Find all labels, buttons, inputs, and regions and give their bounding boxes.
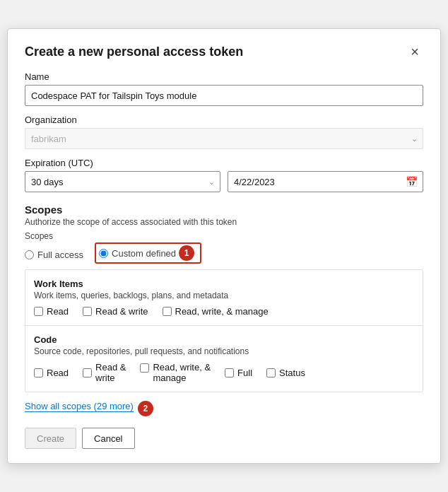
code-title: Code bbox=[34, 334, 414, 345]
expiration-select[interactable]: 30 days 60 days 90 days Custom bbox=[25, 171, 220, 192]
work-items-readwrite-checkbox[interactable] bbox=[83, 307, 92, 316]
scopes-title: Scopes bbox=[25, 204, 423, 216]
code-readwritemanage-option[interactable]: Read, write, &manage bbox=[140, 362, 211, 383]
work-items-description: Work items, queries, backlogs, plans, an… bbox=[34, 291, 414, 300]
custom-defined-radio[interactable] bbox=[99, 249, 108, 258]
scopes-description: Authorize the scope of access associated… bbox=[25, 217, 423, 227]
show-all-link-text: Show all scopes bbox=[25, 401, 91, 411]
code-readwritemanage-label: Read, write, &manage bbox=[153, 362, 211, 383]
work-items-read-option[interactable]: Read bbox=[34, 306, 69, 317]
dialog-title: Create a new personal access token bbox=[25, 45, 243, 59]
work-items-title: Work Items bbox=[34, 279, 414, 289]
code-readwrite-checkbox[interactable] bbox=[83, 368, 92, 377]
organization-select: fabrikam bbox=[25, 128, 423, 149]
custom-defined-label: Custom defined bbox=[112, 248, 176, 259]
work-items-readwritemanage-option[interactable]: Read, write, & manage bbox=[163, 306, 269, 317]
scopes-radio-row: Full access Custom defined 1 bbox=[25, 242, 423, 266]
show-all-scopes-link[interactable]: Show all scopes (29 more) bbox=[25, 401, 134, 412]
code-description: Source code, repositories, pull requests… bbox=[34, 346, 414, 356]
expiration-row: 30 days 60 days 90 days Custom ⌄ 📅 bbox=[25, 171, 423, 192]
work-items-read-checkbox[interactable] bbox=[34, 307, 43, 316]
code-read-checkbox[interactable] bbox=[34, 368, 43, 377]
scopes-section: Scopes Authorize the scope of access ass… bbox=[25, 204, 423, 266]
step1-badge: 1 bbox=[179, 245, 194, 261]
work-items-category: Work Items Work items, queries, backlogs… bbox=[25, 270, 423, 326]
code-options: Read Read &write Read, write, &manage bbox=[34, 362, 414, 383]
scopes-scroll-area[interactable]: Work Items Work items, queries, backlogs… bbox=[25, 269, 423, 392]
full-access-radio[interactable] bbox=[25, 250, 34, 259]
create-pat-dialog: Create a new personal access token × Nam… bbox=[7, 28, 441, 464]
close-button[interactable]: × bbox=[406, 43, 423, 60]
date-input-wrap: 📅 bbox=[228, 171, 423, 192]
name-input[interactable] bbox=[25, 85, 423, 106]
date-input[interactable] bbox=[228, 171, 423, 192]
full-access-option[interactable]: Full access bbox=[25, 250, 83, 260]
work-items-readwrite-option[interactable]: Read & write bbox=[83, 306, 148, 317]
scopes-label: Scopes bbox=[25, 231, 423, 241]
expiration-label: Expiration (UTC) bbox=[25, 158, 423, 168]
show-all-count: (29 more) bbox=[94, 401, 134, 411]
code-full-checkbox[interactable] bbox=[225, 368, 234, 377]
code-read-label: Read bbox=[47, 368, 69, 378]
expiration-field-group: Expiration (UTC) 30 days 60 days 90 days… bbox=[25, 158, 423, 192]
dialog-header: Create a new personal access token × bbox=[25, 43, 423, 60]
work-items-readwritemanage-label: Read, write, & manage bbox=[175, 306, 269, 317]
create-button[interactable]: Create bbox=[25, 428, 76, 449]
code-read-option[interactable]: Read bbox=[34, 362, 69, 383]
organization-select-wrapper: fabrikam ⌄ bbox=[25, 128, 423, 149]
code-readwrite-option[interactable]: Read &write bbox=[83, 362, 126, 383]
code-readwrite-label: Read &write bbox=[95, 362, 126, 383]
work-items-read-label: Read bbox=[47, 306, 69, 317]
cancel-button[interactable]: Cancel bbox=[82, 428, 134, 449]
custom-defined-box: Custom defined 1 bbox=[95, 242, 201, 264]
show-all-row: Show all scopes (29 more) 2 bbox=[25, 397, 423, 421]
code-full-option[interactable]: Full bbox=[225, 362, 252, 383]
step2-badge: 2 bbox=[138, 401, 153, 416]
expiration-select-wrap: 30 days 60 days 90 days Custom ⌄ bbox=[25, 171, 220, 192]
code-category: Code Source code, repositories, pull req… bbox=[25, 326, 423, 392]
custom-defined-option[interactable]: Custom defined bbox=[99, 248, 176, 259]
code-status-checkbox[interactable] bbox=[266, 368, 276, 377]
name-label: Name bbox=[25, 71, 423, 82]
code-status-option[interactable]: Status bbox=[266, 362, 305, 383]
code-full-label: Full bbox=[237, 368, 252, 378]
work-items-readwrite-label: Read & write bbox=[95, 306, 148, 317]
organization-field-group: Organization fabrikam ⌄ bbox=[25, 115, 423, 149]
code-readwritemanage-checkbox[interactable] bbox=[140, 363, 149, 373]
name-field-group: Name bbox=[25, 71, 423, 106]
work-items-readwritemanage-checkbox[interactable] bbox=[163, 307, 172, 316]
work-items-options: Read Read & write Read, write, & manage bbox=[34, 306, 414, 317]
footer-buttons: Create Cancel bbox=[25, 428, 423, 449]
code-status-label: Status bbox=[279, 368, 305, 378]
organization-label: Organization bbox=[25, 115, 423, 125]
full-access-label: Full access bbox=[37, 250, 83, 260]
